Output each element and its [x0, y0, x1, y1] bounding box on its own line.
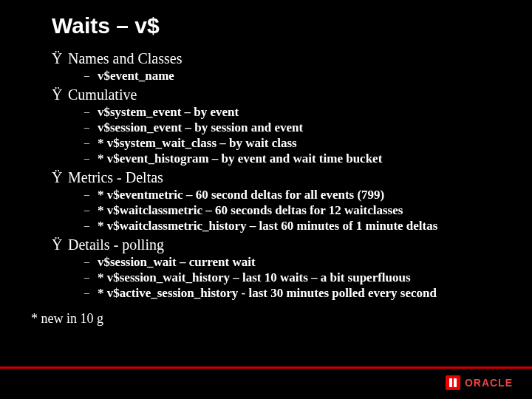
dash-icon: –	[84, 256, 98, 268]
item-text: * v$system_wait_class – by wait class	[98, 136, 297, 150]
dash-icon: –	[84, 205, 98, 216]
bullet-glyph: Ÿ	[52, 169, 68, 186]
dash-icon: –	[84, 287, 98, 299]
list-item: –* v$event_histogram – by event and wait…	[84, 151, 532, 166]
oracle-icon	[446, 375, 460, 390]
item-text: * v$eventmetric – 60 second deltas for a…	[98, 188, 384, 202]
bullet-glyph: Ÿ	[52, 86, 68, 103]
dash-icon: –	[84, 106, 98, 118]
brand-name: ORACLE	[465, 377, 513, 389]
heading-text: Metrics - Deltas	[68, 169, 163, 185]
heading-text: Names and Classes	[68, 50, 182, 66]
list-item: –* v$eventmetric – 60 second deltas for …	[84, 188, 532, 202]
list-item: –* v$waitclassmetric_history – last 60 m…	[84, 219, 532, 233]
list-item: –* v$system_wait_class – by wait class	[84, 136, 532, 151]
bullet-glyph: Ÿ	[52, 50, 68, 67]
dash-icon: –	[84, 70, 98, 82]
dash-icon: –	[84, 153, 98, 165]
item-text: * v$event_histogram – by event and wait …	[98, 151, 382, 166]
section-heading: ŸMetrics - Deltas	[52, 169, 532, 186]
item-text: v$session_event – by session and event	[98, 120, 303, 134]
dash-icon: –	[84, 220, 98, 232]
page-title: Waits – v$	[52, 13, 532, 38]
item-text: v$session_wait – current wait	[98, 255, 256, 269]
item-text: * v$active_session_history - last 30 min…	[98, 286, 437, 300]
list-item: –v$session_wait – current wait	[84, 255, 532, 270]
list-item: –v$event_name	[84, 69, 532, 83]
item-text: * v$session_wait_history – last 10 waits…	[98, 270, 411, 284]
list-item: –* v$active_session_history - last 30 mi…	[84, 286, 532, 301]
slide: Waits – v$ ŸNames and Classes –v$event_n…	[0, 0, 532, 399]
section-heading: ŸDetails - polling	[52, 236, 532, 253]
footer: ORACLE	[0, 366, 532, 399]
footer-divider	[0, 366, 532, 369]
item-text: * v$waitclassmetric – 60 seconds deltas …	[98, 203, 403, 217]
dash-icon: –	[84, 122, 98, 134]
list-item: –* v$session_wait_history – last 10 wait…	[84, 270, 532, 285]
item-text: v$system_event – by event	[98, 105, 239, 119]
list-item: –* v$waitclassmetric – 60 seconds deltas…	[84, 203, 532, 218]
footnote: * new in 10 g	[31, 311, 532, 327]
section-heading: ŸNames and Classes	[52, 50, 532, 67]
bullet-glyph: Ÿ	[52, 236, 68, 253]
heading-text: Cumulative	[68, 86, 137, 103]
brand-logo: ORACLE	[446, 375, 513, 390]
item-text: v$event_name	[98, 69, 174, 83]
dash-icon: –	[84, 272, 98, 284]
heading-text: Details - polling	[68, 236, 164, 253]
item-text: * v$waitclassmetric_history – last 60 mi…	[98, 219, 437, 233]
list-item: –v$system_event – by event	[84, 105, 532, 120]
section-heading: ŸCumulative	[52, 86, 532, 103]
list-item: –v$session_event – by session and event	[84, 120, 532, 135]
dash-icon: –	[84, 137, 98, 149]
dash-icon: –	[84, 189, 98, 201]
